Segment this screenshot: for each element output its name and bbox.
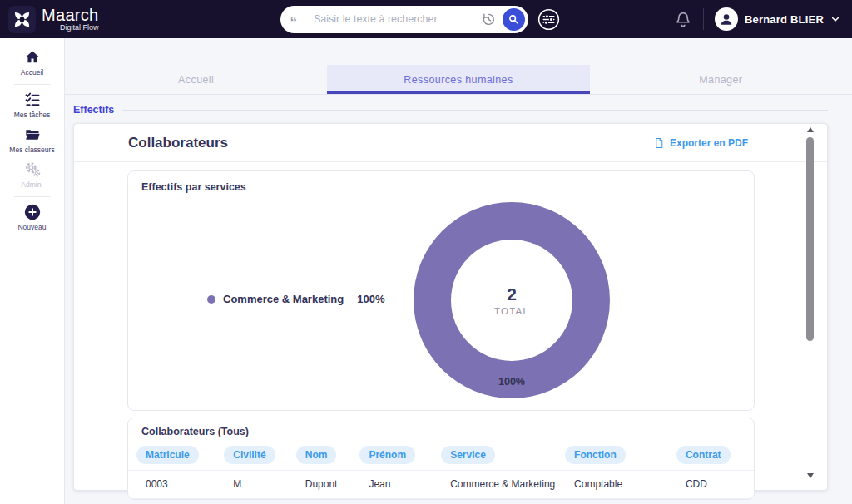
cell-prenom: Jean (351, 471, 433, 499)
table-row[interactable]: 0003 M Dupont Jean Commerce & Marketing … (128, 471, 754, 499)
sidebar-item-mes-classeurs[interactable]: Mes classeurs (0, 123, 64, 158)
brand-tagline: Digital Flow (42, 24, 99, 32)
tab-ressources-humaines[interactable]: Ressources humaines (327, 65, 589, 94)
home-icon (24, 49, 41, 66)
legend-value: 100% (357, 293, 384, 305)
main-content: Accueil Ressources humaines Manager Effe… (65, 38, 852, 504)
avatar (715, 7, 738, 31)
collaborateurs-table-card: Collaborateurs (Tous) Matricule Civilité (127, 418, 755, 500)
donut-slice-label: 100% (414, 376, 610, 388)
sidebar-item-mes-taches[interactable]: Mes tâches (0, 88, 64, 123)
search-input[interactable] (314, 13, 479, 25)
filter-sliders-icon (537, 8, 560, 31)
person-icon (718, 11, 735, 27)
donut-total-label: TOTAL (494, 306, 529, 316)
cell-service: Commerce & Marketing (433, 471, 557, 499)
notifications-button[interactable] (674, 10, 692, 28)
history-icon (481, 12, 496, 27)
column-header-prenom[interactable]: Prénom (359, 446, 415, 464)
search-divider (305, 12, 305, 27)
sidebar-item-admin: Admin. (0, 158, 64, 193)
column-header-nom[interactable]: Nom (296, 446, 337, 464)
donut-chart: 2 TOTAL 100% (414, 202, 610, 398)
chevron-down-icon (830, 14, 840, 24)
search-button[interactable] (503, 8, 525, 31)
quote-icon: “ (290, 18, 298, 27)
legend-label: Commerce & Marketing (223, 293, 344, 305)
search-icon (508, 13, 519, 25)
tasks-icon (24, 91, 41, 108)
donut-total-value: 2 (507, 284, 517, 304)
sidebar-item-label: Mes classeurs (9, 146, 54, 154)
panel-title: Collaborateurs (128, 135, 228, 151)
cell-nom: Dupont (288, 471, 352, 499)
legend-dot-icon (207, 295, 215, 304)
column-header-matricule[interactable]: Matricule (136, 446, 199, 464)
sidebar-divider (14, 196, 51, 197)
bell-icon (674, 10, 692, 28)
sidebar-item-label: Admin. (21, 180, 42, 189)
tab-manager[interactable]: Manager (590, 65, 852, 94)
export-pdf-button[interactable]: Exporter en PDF (653, 137, 748, 149)
scroll-up-arrow[interactable] (807, 127, 814, 132)
chart-legend-item: Commerce & Marketing 100% (207, 293, 384, 305)
collaborateurs-panel: Collaborateurs Exporter en PDF Effectifs… (73, 123, 828, 491)
sidebar: Accueil Mes tâches Mes classeurs (0, 38, 65, 504)
cell-contrat: CDD (668, 471, 754, 499)
search-history-button[interactable] (479, 10, 498, 28)
section-legend-label: Effectifs (73, 104, 114, 116)
tab-bar: Accueil Ressources humaines Manager (65, 65, 852, 95)
column-header-contrat[interactable]: Contrat (676, 446, 731, 464)
sidebar-item-nouveau[interactable]: Nouveau (0, 200, 64, 235)
topbar-divider (703, 8, 704, 30)
panel-header: Collaborateurs Exporter en PDF (74, 124, 827, 162)
cell-matricule: 0003 (128, 471, 215, 499)
file-pdf-icon (653, 137, 665, 149)
folders-icon (24, 126, 41, 143)
search-zone: “ (187, 6, 652, 33)
table-title: Collaborateurs (Tous) (128, 426, 754, 444)
sidebar-item-label: Accueil (21, 68, 43, 77)
section-legend-rule (122, 110, 828, 111)
gears-icon (24, 161, 41, 178)
tab-accueil[interactable]: Accueil (65, 65, 327, 94)
scrollbar-thumb[interactable] (806, 137, 814, 341)
collaborateurs-table: Matricule Civilité Nom Prénom Service Fo… (128, 444, 754, 499)
panel-scrollbar (805, 127, 815, 478)
donut-center: 2 TOTAL (451, 240, 572, 361)
user-name: Bernard BLIER (745, 13, 824, 26)
user-menu[interactable]: Bernard BLIER (715, 7, 840, 31)
advanced-search-button[interactable] (537, 8, 560, 31)
maarch-logo-icon (8, 6, 36, 33)
topbar-right: Bernard BLIER (652, 7, 840, 31)
page: Effectifs Collaborateurs Exporter en PDF (65, 95, 852, 504)
panel-body: Effectifs par services Commerce & Market… (74, 162, 827, 500)
plus-icon (24, 204, 41, 220)
topbar: Maarch Digital Flow “ (0, 0, 852, 38)
brand: Maarch Digital Flow (8, 6, 187, 33)
search-bar[interactable]: “ (280, 6, 528, 33)
column-header-civilite[interactable]: Civilité (224, 446, 275, 464)
export-pdf-label: Exporter en PDF (670, 137, 748, 149)
sidebar-item-label: Mes tâches (14, 111, 50, 119)
brand-name: Maarch (42, 7, 99, 23)
column-header-service[interactable]: Service (441, 446, 495, 464)
cell-civilite: M (215, 471, 287, 499)
column-header-fonction[interactable]: Fonction (565, 446, 626, 464)
scroll-down-arrow[interactable] (807, 473, 814, 478)
sidebar-item-label: Nouveau (17, 223, 46, 231)
sidebar-divider (14, 84, 51, 85)
chart-title: Effectifs par services (141, 181, 246, 193)
sidebar-item-accueil[interactable]: Accueil (0, 46, 64, 81)
section-legend: Effectifs (73, 103, 828, 116)
chart-card: Effectifs par services Commerce & Market… (127, 170, 755, 411)
cell-fonction: Comptable (557, 471, 668, 499)
table-header-row: Matricule Civilité Nom Prénom Service Fo… (128, 444, 754, 471)
